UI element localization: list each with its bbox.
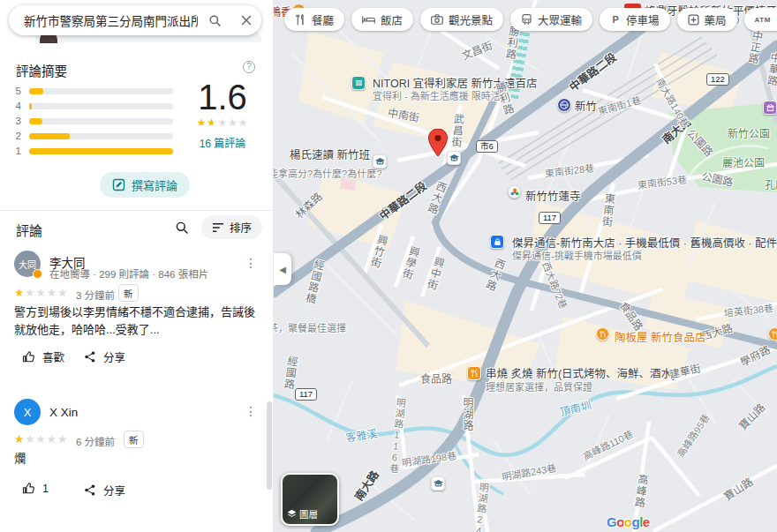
restaurant-icon[interactable] bbox=[596, 327, 609, 341]
chip-label: 大眾運輸 bbox=[538, 11, 582, 28]
destination-pin[interactable] bbox=[428, 129, 448, 157]
road-shield: 市6 bbox=[476, 140, 498, 153]
star-level-label: 2 bbox=[12, 131, 21, 141]
sort-icon bbox=[212, 222, 224, 233]
pharmacy-icon bbox=[688, 14, 699, 26]
search-icon[interactable] bbox=[198, 14, 231, 27]
google-logo: Google bbox=[607, 514, 650, 529]
like-button[interactable]: 1 bbox=[22, 482, 49, 495]
chip-transit[interactable]: 大眾運輸 bbox=[510, 8, 592, 31]
star-level-label: 3 bbox=[12, 116, 21, 126]
rating-stars: ★★★★★★ bbox=[196, 116, 249, 129]
train-station-icon[interactable] bbox=[557, 98, 571, 112]
reviews-title: 評論 bbox=[16, 221, 42, 239]
transit-icon bbox=[521, 14, 532, 26]
sort-reviews-button[interactable]: 排序 bbox=[201, 215, 262, 239]
map-label: 新竹竹蓮寺 bbox=[525, 187, 581, 204]
write-review-button[interactable]: 撰寫評論 bbox=[100, 172, 190, 198]
chip-label: 藥局 bbox=[705, 11, 727, 28]
avatar[interactable]: 大同 bbox=[14, 251, 41, 277]
map-label: 明湖路 bbox=[460, 397, 475, 431]
new-badge: 新 bbox=[118, 284, 139, 302]
map-label: 陶板屋 新竹食品店 bbox=[615, 328, 705, 345]
atm-icon: ATM bbox=[755, 16, 771, 24]
review-menu-button[interactable]: ⋮ bbox=[245, 404, 257, 418]
like-label: 喜歡 bbox=[42, 348, 64, 365]
restaurant-ad-icon[interactable] bbox=[467, 366, 481, 380]
parking-icon: P bbox=[610, 14, 621, 26]
rating-score: 1.6 bbox=[196, 78, 249, 117]
review-text: 爛 bbox=[14, 450, 263, 468]
reviewer-name[interactable]: X Xin bbox=[49, 406, 78, 419]
school-icon[interactable] bbox=[431, 476, 445, 491]
share-button[interactable]: 分享 bbox=[84, 348, 125, 365]
review-count-link[interactable]: 16 篇評論 bbox=[185, 135, 260, 150]
nitori-store-icon[interactable] bbox=[351, 76, 366, 90]
hotel-icon bbox=[362, 14, 375, 26]
road-shield: 117 bbox=[539, 212, 561, 224]
chip-atm[interactable]: ATM自動提款機 bbox=[744, 8, 777, 31]
rating-bar-track bbox=[29, 103, 173, 109]
reviews-panel: 評論摘要 ? 5 4 3 2 1 1.6 ★★★★★★ 16 篇評論 撰寫評論 … bbox=[0, 0, 274, 532]
rating-bar-fill bbox=[29, 118, 42, 124]
rating-bar-fill bbox=[29, 148, 173, 154]
write-review-icon bbox=[112, 178, 125, 191]
avatar[interactable]: X bbox=[14, 399, 41, 425]
layers-label: 圖層 bbox=[299, 507, 318, 521]
temple-icon[interactable] bbox=[508, 185, 521, 199]
rating-bar-fill bbox=[29, 133, 70, 139]
review-stars: ★★★★★ bbox=[14, 286, 68, 299]
school-icon[interactable] bbox=[447, 151, 461, 165]
like-button[interactable]: 喜歡 bbox=[22, 348, 64, 365]
local-guide-badge bbox=[33, 269, 42, 279]
chip-restaurant[interactable]: 餐廳 bbox=[284, 8, 344, 31]
review-stars: ★★★★★ bbox=[14, 432, 68, 446]
map-category-chips: 餐廳飯店觀光景點大眾運輸P停車場藥局ATM自動提款機 bbox=[284, 8, 777, 31]
chip-label: 停車場 bbox=[626, 11, 660, 28]
school-icon[interactable] bbox=[373, 154, 387, 169]
rating-bar-fill bbox=[29, 88, 43, 94]
star-level-label: 4 bbox=[12, 101, 21, 111]
chip-label: 觀光景點 bbox=[449, 11, 493, 28]
chip-label: 飯店 bbox=[381, 11, 403, 28]
rating-bar-track bbox=[29, 133, 173, 139]
write-review-label: 撰寫評論 bbox=[132, 176, 177, 193]
map-label: 新竹公園 bbox=[728, 125, 770, 140]
map-label: 武昌街 bbox=[449, 113, 466, 148]
close-icon[interactable] bbox=[231, 14, 261, 26]
sort-label: 排序 bbox=[230, 219, 252, 236]
rating-bar-fill bbox=[29, 103, 32, 109]
review-menu-button[interactable]: ⋮ bbox=[245, 256, 257, 270]
chip-camera[interactable]: 觀光景點 bbox=[420, 8, 503, 31]
museum-icon[interactable] bbox=[763, 101, 777, 115]
reviewer-meta: 在地嚮導 · 299 則評論 · 846 張相片 bbox=[49, 266, 208, 281]
chip-parking[interactable]: P停車場 bbox=[600, 8, 670, 31]
star-level-label: 5 bbox=[12, 86, 21, 96]
star-level-label: 1 bbox=[12, 146, 21, 156]
rating-bar-track bbox=[29, 148, 173, 154]
restaurant-icon[interactable] bbox=[768, 327, 777, 341]
layers-control[interactable]: 圖層 bbox=[281, 473, 339, 526]
map-canvas[interactable]: 廟口鴨香飯峰鼎牙醫診所新竹平價植牙全瓷冠顯微0000NITORI 宜得利家居 新… bbox=[274, 0, 777, 532]
camera-icon bbox=[431, 14, 443, 25]
chip-label: 餐廳 bbox=[312, 11, 334, 28]
chip-hotel[interactable]: 飯店 bbox=[351, 8, 413, 31]
map-label: 食品路 bbox=[420, 371, 452, 386]
help-icon[interactable]: ? bbox=[243, 61, 255, 73]
chip-pharmacy[interactable]: 藥局 bbox=[677, 8, 737, 31]
search-reviews-button[interactable] bbox=[170, 215, 194, 240]
map-label: 孔廟 bbox=[765, 176, 777, 191]
review-time: 3 分鐘前 bbox=[76, 288, 115, 302]
svg-text:P: P bbox=[612, 14, 618, 25]
scrollbar-thumb[interactable] bbox=[267, 401, 272, 490]
share-button[interactable]: 分享 bbox=[84, 482, 125, 498]
phone-shop-icon[interactable] bbox=[490, 235, 504, 249]
review-summary-title: 評論摘要 bbox=[16, 61, 67, 79]
search-bar[interactable] bbox=[9, 5, 261, 35]
share-label: 分享 bbox=[103, 348, 125, 365]
search-input[interactable] bbox=[9, 14, 198, 27]
road-shield: 117 bbox=[295, 388, 317, 401]
road-shield: 122 bbox=[706, 73, 729, 86]
collapse-panel-button[interactable]: ◀ bbox=[274, 253, 291, 285]
map-label: 楊氏速讀 新竹班 bbox=[290, 146, 370, 162]
